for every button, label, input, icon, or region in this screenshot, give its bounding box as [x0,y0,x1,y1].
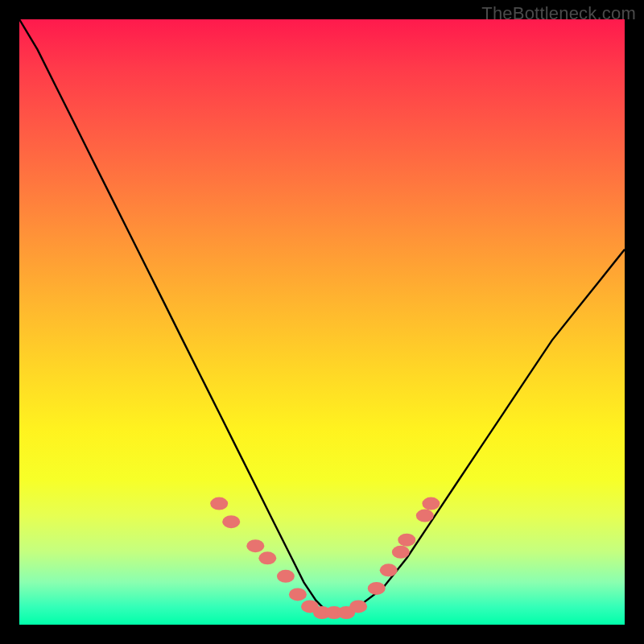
watermark-text: TheBottleneck.com [481,3,636,24]
marker-dot [222,515,240,528]
marker-dot [368,582,386,595]
marker-dot [392,546,410,559]
marker-dot [416,510,434,522]
marker-dot [246,539,264,552]
marker-dot [258,551,276,564]
curve-layer [19,19,625,625]
marker-dot [277,570,295,583]
plot-area [19,19,625,625]
bottleneck-curve [19,19,625,613]
marker-dots [210,497,440,619]
chart-frame: TheBottleneck.com [0,0,644,644]
marker-dot [349,600,367,613]
marker-dot [289,588,307,601]
marker-dot [422,497,440,510]
marker-dot [380,564,398,576]
marker-dot [210,497,228,510]
marker-dot [398,534,415,547]
